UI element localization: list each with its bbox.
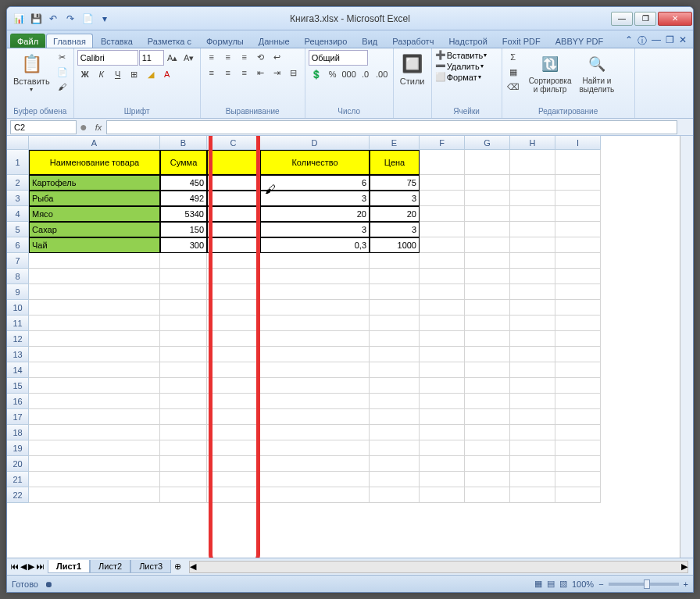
cell-B8[interactable]: [160, 269, 207, 284]
cell-F15[interactable]: [420, 378, 465, 394]
cell-A15[interactable]: [29, 378, 160, 394]
cell-A5[interactable]: Сахар: [29, 222, 160, 237]
cell-F17[interactable]: [420, 409, 465, 425]
paste-options-icon[interactable]: 🖌: [265, 183, 276, 195]
cell-D14[interactable]: [260, 362, 370, 378]
cell-H13[interactable]: [510, 347, 555, 362]
cell-D12[interactable]: [260, 331, 370, 347]
cell-C22[interactable]: [207, 487, 260, 503]
tab-data[interactable]: Данные: [252, 34, 297, 48]
cell-C19[interactable]: [207, 440, 260, 456]
cell-G17[interactable]: [465, 409, 510, 425]
cell-E16[interactable]: [370, 394, 420, 409]
undo-icon[interactable]: ↶: [46, 12, 60, 26]
grow-font-icon[interactable]: A▴: [165, 51, 180, 65]
row-header-15[interactable]: 15: [7, 378, 29, 394]
cell-A20[interactable]: [29, 456, 160, 472]
format-painter-icon[interactable]: 🖌: [55, 80, 70, 94]
qat-dropdown-icon[interactable]: ▾: [98, 12, 112, 26]
cell-E7[interactable]: [370, 253, 420, 269]
cell-F7[interactable]: [420, 253, 465, 269]
cell-I6[interactable]: [555, 237, 601, 253]
inc-decimal-icon[interactable]: .0: [358, 67, 373, 81]
cell-D9[interactable]: [260, 284, 370, 300]
align-left-icon[interactable]: ≡: [204, 66, 220, 80]
cell-H17[interactable]: [510, 409, 555, 425]
cell-F13[interactable]: [420, 347, 465, 362]
cell-B11[interactable]: [160, 316, 207, 331]
cell-B19[interactable]: [160, 440, 207, 456]
cell-H11[interactable]: [510, 316, 555, 331]
row-header-10[interactable]: 10: [7, 300, 29, 316]
cell-H10[interactable]: [510, 300, 555, 316]
horizontal-scrollbar[interactable]: ◀▶: [189, 561, 688, 573]
view-break-icon[interactable]: ▧: [559, 579, 567, 589]
cell-H1[interactable]: [510, 150, 555, 175]
cell-E11[interactable]: [370, 316, 420, 331]
cell-B14[interactable]: [160, 362, 207, 378]
cell-C17[interactable]: [207, 409, 260, 425]
save-icon[interactable]: 💾: [29, 12, 43, 26]
maximize-button[interactable]: ❐: [634, 12, 656, 26]
cell-F5[interactable]: [420, 222, 465, 237]
cell-G5[interactable]: [465, 222, 510, 237]
cell-E15[interactable]: [370, 378, 420, 394]
cell-C6[interactable]: [207, 237, 260, 253]
row-header-1[interactable]: 1: [7, 150, 29, 175]
col-header-A[interactable]: A: [29, 136, 160, 150]
cell-E14[interactable]: [370, 362, 420, 378]
cell-D15[interactable]: [260, 378, 370, 394]
cell-H18[interactable]: [510, 425, 555, 440]
cell-D8[interactable]: [260, 269, 370, 284]
cell-H21[interactable]: [510, 472, 555, 487]
indent-inc-icon[interactable]: ⇥: [270, 66, 285, 80]
cell-C20[interactable]: [207, 456, 260, 472]
cell-H6[interactable]: [510, 237, 555, 253]
excel-icon[interactable]: 📊: [12, 12, 26, 26]
number-format-combo[interactable]: Общий: [309, 50, 368, 66]
cell-H16[interactable]: [510, 394, 555, 409]
redo-icon[interactable]: ↷: [63, 12, 77, 26]
row-header-20[interactable]: 20: [7, 456, 29, 472]
cells-format-button[interactable]: ⬜Формат▾: [435, 72, 481, 82]
col-header-C[interactable]: C: [207, 136, 260, 150]
help-icon[interactable]: ⓘ: [638, 34, 647, 48]
cell-A21[interactable]: [29, 472, 160, 487]
cell-H14[interactable]: [510, 362, 555, 378]
cell-F2[interactable]: [420, 175, 465, 191]
cell-A18[interactable]: [29, 425, 160, 440]
cell-C13[interactable]: [207, 347, 260, 362]
cell-D17[interactable]: [260, 409, 370, 425]
styles-button[interactable]: 🔲 Стили: [397, 50, 428, 87]
paste-button[interactable]: 📋 Вставить ▾: [10, 50, 53, 94]
cell-B18[interactable]: [160, 425, 207, 440]
cell-A22[interactable]: [29, 487, 160, 503]
cell-E13[interactable]: [370, 347, 420, 362]
cell-G18[interactable]: [465, 425, 510, 440]
view-layout-icon[interactable]: ▤: [547, 579, 555, 589]
row-header-11[interactable]: 11: [7, 316, 29, 331]
sheet-tab-3[interactable]: Лист3: [130, 560, 171, 573]
cell-G12[interactable]: [465, 331, 510, 347]
cell-F11[interactable]: [420, 316, 465, 331]
tab-abbyy[interactable]: ABBYY PDF: [548, 34, 611, 48]
cell-D22[interactable]: [260, 487, 370, 503]
cell-E21[interactable]: [370, 472, 420, 487]
cell-D7[interactable]: [260, 253, 370, 269]
cell-C9[interactable]: [207, 284, 260, 300]
cell-A17[interactable]: [29, 409, 160, 425]
cell-E1[interactable]: Цена: [370, 150, 420, 175]
tab-developer[interactable]: Разработч: [385, 34, 441, 48]
cell-C8[interactable]: [207, 269, 260, 284]
row-header-13[interactable]: 13: [7, 347, 29, 362]
cell-B20[interactable]: [160, 456, 207, 472]
tab-view[interactable]: Вид: [355, 34, 384, 48]
cell-H3[interactable]: [510, 191, 555, 206]
cell-I8[interactable]: [555, 269, 601, 284]
cell-A7[interactable]: [29, 253, 160, 269]
row-header-6[interactable]: 6: [7, 237, 29, 253]
tab-review[interactable]: Рецензиро: [298, 34, 355, 48]
cell-G16[interactable]: [465, 394, 510, 409]
cell-A14[interactable]: [29, 362, 160, 378]
zoom-level[interactable]: 100%: [572, 579, 594, 589]
